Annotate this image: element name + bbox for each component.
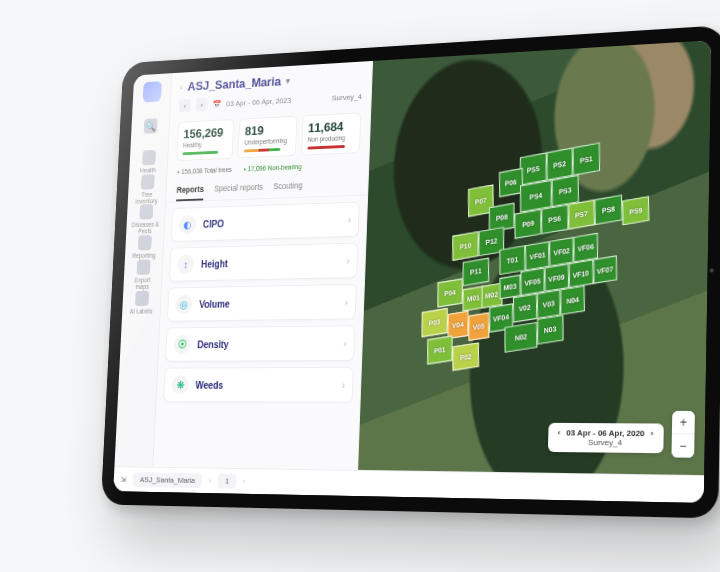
parcel-N04[interactable]: N04 (560, 286, 584, 315)
parcel-P01[interactable]: P01 (426, 336, 452, 365)
collapse-icon[interactable]: ⇲ (120, 475, 126, 484)
report-cipo[interactable]: ◐CIPO› (171, 202, 360, 242)
report-density[interactable]: ⦿Density› (165, 325, 355, 362)
parcel-N02[interactable]: N02 (504, 322, 536, 352)
metric-value: 156,269 (183, 125, 228, 141)
metric-label: Underperforming (244, 137, 290, 146)
chevron-down-icon[interactable]: ▾ (286, 75, 291, 86)
nav-item-1[interactable]: Tree inventory (131, 174, 162, 206)
parcel-VF01[interactable]: VF01 (525, 242, 549, 271)
metric-label: Non producing (307, 134, 354, 143)
parcel-PS2[interactable]: PS2 (546, 148, 573, 181)
search-icon: 🔍 (143, 118, 157, 134)
chevron-right-icon: › (342, 379, 345, 390)
date-next-button[interactable]: › (195, 98, 207, 112)
nav-item-0[interactable]: Health (133, 150, 164, 175)
nav-item-3[interactable]: Reporting (129, 235, 160, 260)
nav-label: Export maps (127, 277, 158, 290)
parcel-P11[interactable]: P11 (462, 258, 488, 287)
chevron-left-icon[interactable]: ‹ (558, 428, 561, 437)
parcel-M03[interactable]: M03 (499, 274, 520, 300)
parcel-N03[interactable]: N03 (536, 315, 563, 345)
parcel-P02[interactable]: P02 (452, 343, 478, 372)
parcel-V02[interactable]: V02 (512, 294, 536, 323)
parcel-VF02[interactable]: VF02 (549, 237, 573, 266)
report-weeds[interactable]: ❋Weeds› (163, 367, 354, 403)
mapbox-logo: ⊕ mapbox (365, 480, 396, 489)
parcel-PS9[interactable]: PS9 (622, 196, 650, 226)
parcel-T01[interactable]: T01 (499, 246, 525, 275)
map-date-range: 03 Apr - 06 Apr, 2020 (566, 428, 645, 438)
zoom-out-button[interactable]: − (671, 434, 694, 458)
app-logo[interactable] (142, 81, 161, 102)
date-prev-button[interactable]: ‹ (179, 99, 191, 113)
tab-special-reports[interactable]: Special reports (214, 177, 264, 200)
nav-label: Diseases & Pests (130, 222, 161, 236)
metric-underperforming[interactable]: 819Underperforming (238, 116, 297, 159)
parcel-M02[interactable]: M02 (481, 283, 502, 309)
parcel-PS8[interactable]: PS8 (594, 195, 621, 225)
chevron-right-icon: › (346, 255, 349, 266)
report-title: CIPO (203, 214, 341, 229)
parcel-PS3[interactable]: PS3 (551, 175, 578, 208)
parcel-P03[interactable]: P03 (421, 309, 447, 338)
parcel-V04[interactable]: V04 (447, 311, 468, 339)
parcel-P07[interactable]: P07 (467, 185, 493, 217)
breadcrumb-farm[interactable]: ASJ_Santa_Maria (133, 472, 202, 488)
report-icon: ⦿ (173, 335, 191, 354)
tab-reports[interactable]: Reports (176, 180, 204, 202)
nav-item-2[interactable]: Diseases & Pests (130, 204, 161, 236)
parcel-PS6[interactable]: PS6 (541, 205, 568, 235)
parcel-P08[interactable]: P08 (488, 203, 514, 232)
map-canvas[interactable]: PS1PS2PS5P06PS4PS3P07P08P09PS6PS7PS8P10P… (357, 40, 711, 503)
map-date-pill[interactable]: ‹ 03 Apr - 06 Apr, 2020 › Survey_4 (547, 423, 663, 453)
nav-item-4[interactable]: Export maps (127, 259, 159, 290)
parcel-PS1[interactable]: PS1 (572, 143, 599, 176)
parcel-VF10[interactable]: VF10 (568, 260, 593, 289)
parcel-PS4[interactable]: PS4 (520, 180, 552, 213)
breadcrumb-step[interactable]: 1 (218, 474, 237, 489)
parcel-PS5[interactable]: PS5 (519, 153, 546, 185)
farm-name[interactable]: ASJ_Santa_Maria (187, 74, 281, 93)
map-attribution: © Mapbox © OpenStreetMap Improve this ma… (522, 482, 698, 497)
parcel-VF04[interactable]: VF04 (489, 304, 513, 333)
parcel-V05[interactable]: V05 (468, 313, 489, 341)
tab-scouting[interactable]: Scouting (273, 176, 303, 198)
nav-icon (135, 290, 149, 305)
parcel-V03[interactable]: V03 (536, 290, 560, 319)
parcel-P04[interactable]: P04 (437, 279, 463, 308)
metric-bar (307, 145, 344, 150)
metric-healthy[interactable]: 156,269Healthy (176, 119, 234, 161)
parcel-P09[interactable]: P09 (514, 210, 541, 240)
parcel-VF07[interactable]: VF07 (592, 255, 617, 285)
report-height[interactable]: ↕Height› (169, 243, 358, 282)
footer-breadcrumb: ⇲ ASJ_Santa_Maria › 1 › (113, 466, 704, 503)
parcel-VF05[interactable]: VF05 (520, 268, 544, 297)
zoom-in-button[interactable]: + (672, 411, 695, 434)
total-trees: 156,038 Total trees (177, 166, 232, 175)
trees-bearing: 17,096 Non-bearing (244, 163, 302, 172)
calendar-icon[interactable]: 📅 (213, 100, 222, 109)
back-icon[interactable]: ‹ (180, 82, 183, 92)
parcel-P10[interactable]: P10 (452, 232, 478, 261)
date-range: 03 Apr - 06 Apr, 2023 (226, 96, 291, 108)
report-volume[interactable]: ◎Volume› (167, 284, 357, 322)
parcel-P12[interactable]: P12 (478, 227, 504, 256)
chevron-right-icon: › (348, 214, 351, 225)
nav-item-5[interactable]: AI Labels (126, 290, 157, 315)
metric-value: 11,684 (308, 119, 355, 136)
search-button[interactable]: 🔍 (135, 118, 166, 134)
report-title: Density (197, 338, 336, 350)
parcel-VF09[interactable]: VF09 (544, 264, 568, 293)
metric-non-producing[interactable]: 11,684Non producing (301, 112, 362, 155)
nav-label: Tree inventory (131, 191, 162, 205)
front-camera (710, 268, 714, 272)
chevron-right-icon: › (345, 296, 348, 307)
parcel-PS7[interactable]: PS7 (567, 200, 594, 230)
parcel-VF06[interactable]: VF06 (573, 233, 598, 262)
survey-label[interactable]: Survey_4 (332, 92, 362, 102)
zoom-controls: + − (671, 411, 695, 458)
parcel-M01[interactable]: M01 (462, 286, 483, 312)
chevron-right-icon[interactable]: › (651, 429, 654, 439)
parcel-P06[interactable]: P06 (499, 169, 523, 198)
